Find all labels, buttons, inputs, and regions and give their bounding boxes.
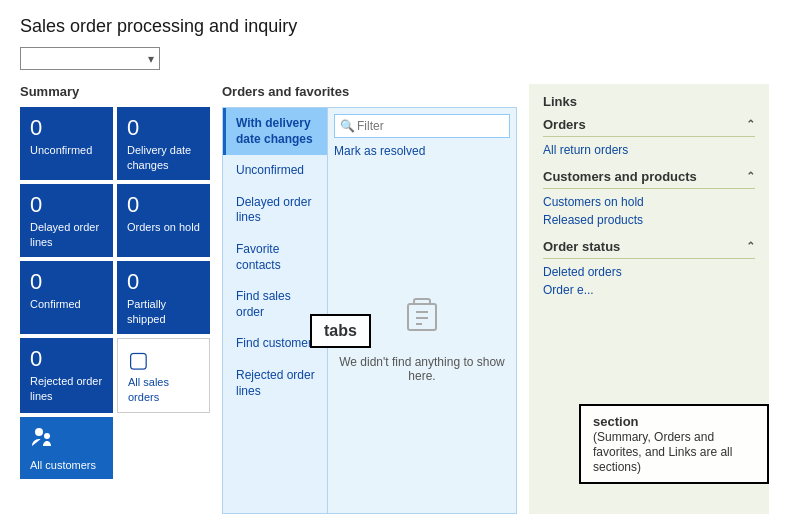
- tile-confirmed-label: Confirmed: [30, 297, 103, 311]
- summary-section: Summary 0 Unconfirmed 0 Delivery date ch…: [20, 84, 210, 514]
- tile-allcustomers-label: All customers: [30, 459, 96, 471]
- tile-delivery-label: Delivery date changes: [127, 143, 200, 172]
- page-title: Sales order processing and inquiry: [20, 16, 769, 37]
- empty-text: We didn't find anything to show here.: [334, 355, 510, 383]
- tab-rejected-lines[interactable]: Rejected order lines: [223, 360, 327, 407]
- links-header: Links: [543, 94, 755, 109]
- tab-delayed-lines[interactable]: Delayed order lines: [223, 187, 327, 234]
- tile-delayed-count: 0: [30, 192, 103, 218]
- tabs-label: tabs: [324, 322, 357, 339]
- orders-header: Orders and favorites: [222, 84, 517, 99]
- tile-onhold-label: Orders on hold: [127, 220, 200, 234]
- orders-section: Orders and favorites With delivery date …: [222, 84, 517, 514]
- tile-confirmed[interactable]: 0 Confirmed: [20, 261, 113, 334]
- tile-delivery-count: 0: [127, 115, 200, 141]
- links-group-order-status: Order status ⌃ Deleted orders Order e...: [543, 239, 755, 299]
- customers-icon: [30, 425, 54, 455]
- tab-delivery-changes[interactable]: With delivery date changes: [223, 108, 327, 155]
- link-customers-on-hold[interactable]: Customers on hold: [543, 193, 755, 211]
- link-order-e[interactable]: Order e...: [543, 281, 755, 299]
- orders-tabs: With delivery date changes Unconfirmed D…: [223, 108, 328, 513]
- tile-onhold-count: 0: [127, 192, 200, 218]
- main-dropdown[interactable]: [20, 47, 160, 70]
- section-annotation: section (Summary, Orders and favorites, …: [579, 404, 769, 484]
- tile-rejected[interactable]: 0 Rejected order lines: [20, 338, 113, 413]
- filter-input[interactable]: [334, 114, 510, 138]
- tile-unconfirmed-label: Unconfirmed: [30, 143, 103, 157]
- links-group-status-title: Order status: [543, 239, 620, 254]
- dropdown-select[interactable]: [20, 47, 160, 70]
- links-group-orders-header: Orders ⌃: [543, 117, 755, 137]
- tile-rejected-label: Rejected order lines: [30, 374, 103, 403]
- links-group-customers-title: Customers and products: [543, 169, 697, 184]
- links-section: Links Orders ⌃ All return orders Custome…: [529, 84, 769, 514]
- orders-content: 🔍 Mark as resolved: [328, 108, 516, 513]
- links-group-status-header: Order status ⌃: [543, 239, 755, 259]
- mark-resolved-link[interactable]: Mark as resolved: [334, 144, 510, 158]
- tile-unconfirmed-count: 0: [30, 115, 103, 141]
- tab-unconfirmed[interactable]: Unconfirmed: [223, 155, 327, 187]
- tab-favorite-contacts[interactable]: Favorite contacts: [223, 234, 327, 281]
- orders-action-bar: 🔍 Mark as resolved: [334, 114, 510, 158]
- filter-search-icon: 🔍: [340, 119, 355, 133]
- links-group-orders: Orders ⌃ All return orders: [543, 117, 755, 159]
- links-group-customers: Customers and products ⌃ Customers on ho…: [543, 169, 755, 229]
- tile-unconfirmed[interactable]: 0 Unconfirmed: [20, 107, 113, 180]
- tile-delayed[interactable]: 0 Delayed order lines: [20, 184, 113, 257]
- tile-allsales-label: All sales orders: [128, 375, 199, 404]
- link-released-products[interactable]: Released products: [543, 211, 755, 229]
- tabs-annotation: tabs: [310, 314, 371, 348]
- svg-point-1: [44, 433, 50, 439]
- link-all-return-orders[interactable]: All return orders: [543, 141, 755, 159]
- tile-all-customers[interactable]: All customers: [20, 417, 113, 479]
- summary-header: Summary: [20, 84, 210, 99]
- tile-rejected-count: 0: [30, 346, 103, 372]
- tile-confirmed-count: 0: [30, 269, 103, 295]
- status-chevron-icon[interactable]: ⌃: [746, 240, 755, 253]
- tile-all-sales[interactable]: ▢ All sales orders: [117, 338, 210, 413]
- empty-icon: [398, 290, 446, 347]
- tile-delayed-label: Delayed order lines: [30, 220, 103, 249]
- links-group-orders-title: Orders: [543, 117, 586, 132]
- links-group-customers-header: Customers and products ⌃: [543, 169, 755, 189]
- section-label: section: [593, 414, 639, 429]
- tile-partship-count: 0: [127, 269, 200, 295]
- summary-grid: 0 Unconfirmed 0 Delivery date changes 0 …: [20, 107, 210, 413]
- orders-inner: With delivery date changes Unconfirmed D…: [222, 107, 517, 514]
- tile-partially-shipped[interactable]: 0 Partially shipped: [117, 261, 210, 334]
- orders-chevron-icon[interactable]: ⌃: [746, 118, 755, 131]
- svg-point-0: [35, 428, 43, 436]
- tile-partship-label: Partially shipped: [127, 297, 200, 326]
- tile-on-hold[interactable]: 0 Orders on hold: [117, 184, 210, 257]
- tile-delivery-date[interactable]: 0 Delivery date changes: [117, 107, 210, 180]
- link-deleted-orders[interactable]: Deleted orders: [543, 263, 755, 281]
- section-detail: (Summary, Orders and favorites, and Link…: [593, 430, 732, 474]
- customers-chevron-icon[interactable]: ⌃: [746, 170, 755, 183]
- tile-allsales-icon: ▢: [128, 347, 199, 373]
